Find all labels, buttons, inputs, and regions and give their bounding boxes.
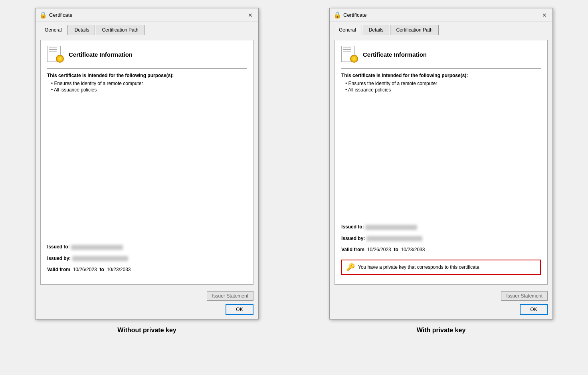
right-tab-bar: General Details Certification Path [330, 22, 552, 35]
left-cert-title-icon: 🔒 [40, 12, 47, 19]
key-icon: 🔑 [346, 263, 355, 272]
left-ok-row: OK [40, 304, 253, 315]
right-issuer-statement-button[interactable]: Issuer Statement [501, 291, 548, 301]
left-cert-medal: ⭐ [56, 55, 64, 63]
left-divider2 [47, 239, 247, 239]
left-title-bar: 🔒 Certificate ✕ [36, 8, 258, 22]
right-title-text: Certificate [343, 12, 367, 18]
left-cert-dialog: 🔒 Certificate ✕ General Details Certific… [35, 8, 259, 319]
right-cert-header: ⭐ Certificate Information [341, 46, 541, 63]
left-issued-by-label: Issued by: [47, 256, 71, 261]
left-dialog-bottom: Issuer Statement OK [36, 288, 258, 319]
right-cert-info-box: ⭐ Certificate Information This certifica… [335, 40, 548, 285]
right-issued-by-value [366, 236, 422, 241]
left-issued-to-field: Issued to: [47, 244, 247, 250]
right-private-key-msg: You have a private key that corresponds … [358, 264, 481, 270]
right-valid-from-label: Valid from [341, 247, 364, 252]
right-valid-from-date: 10/26/2023 [367, 247, 391, 252]
right-valid-row: Valid from 10/26/2023 to 10/23/2033 [341, 247, 541, 252]
left-purpose-item-1: Ensures the identity of a remote compute… [51, 81, 247, 86]
left-caption: Without private key [117, 327, 176, 334]
left-purpose-item-2: All issuance policies [51, 87, 247, 93]
right-divider2 [341, 219, 541, 219]
left-valid-row: Valid from 10/26/2023 to 10/23/2033 [47, 267, 247, 272]
right-cert-info-title: Certificate Information [363, 51, 427, 58]
right-issued-by-label: Issued by: [341, 236, 365, 241]
left-issued-to-value [71, 245, 123, 250]
right-cert-medal: ⭐ [350, 55, 358, 63]
left-panel: 🔒 Certificate ✕ General Details Certific… [0, 0, 294, 375]
right-cert-big-icon: ⭐ [341, 46, 358, 63]
right-caption: With private key [417, 327, 466, 334]
left-issued-to-label: Issued to: [47, 244, 70, 250]
right-dialog-bottom: Issuer Statement OK [330, 288, 552, 319]
right-purpose-item-2: All issuance policies [345, 87, 541, 93]
left-issued-by-field: Issued by: [47, 256, 247, 261]
left-dialog-body: ⭐ Certificate Information This certifica… [36, 35, 258, 288]
left-tab-details[interactable]: Details [69, 25, 95, 35]
right-issued-by-field: Issued by: [341, 236, 541, 241]
left-purpose-heading: This certificate is intended for the fol… [47, 73, 247, 78]
left-tab-bar: General Details Certification Path [36, 22, 258, 35]
right-dialog-body: ⭐ Certificate Information This certifica… [330, 35, 552, 288]
left-ok-button[interactable]: OK [226, 304, 253, 315]
left-cert-info-title: Certificate Information [69, 51, 133, 58]
left-issued-by-value [72, 256, 128, 261]
right-ok-button[interactable]: OK [520, 304, 548, 315]
right-ok-row: OK [335, 304, 548, 315]
right-valid-to-date: 10/23/2033 [401, 247, 425, 252]
right-purpose-list: Ensures the identity of a remote compute… [345, 81, 541, 93]
left-valid-from-label: Valid from [47, 267, 70, 272]
right-tab-general[interactable]: General [333, 25, 362, 35]
left-valid-from-date: 10/26/2023 [73, 267, 97, 272]
right-purpose-heading: This certificate is intended for the fol… [341, 73, 541, 78]
left-cert-header: ⭐ Certificate Information [47, 46, 247, 63]
left-valid-to-date: 10/23/2033 [107, 267, 131, 272]
left-valid-to-label: to [99, 267, 104, 272]
left-purpose-list: Ensures the identity of a remote compute… [51, 81, 247, 93]
main-container: 🔒 Certificate ✕ General Details Certific… [0, 0, 588, 375]
left-cert-info-box: ⭐ Certificate Information This certifica… [40, 40, 253, 285]
left-issuer-statement-button[interactable]: Issuer Statement [207, 291, 253, 301]
right-tab-details[interactable]: Details [363, 25, 390, 35]
right-issued-to-label: Issued to: [341, 224, 364, 230]
left-divider1 [47, 68, 247, 69]
right-issuer-row: Issuer Statement [335, 291, 548, 301]
left-close-button[interactable]: ✕ [245, 10, 255, 20]
right-close-button[interactable]: ✕ [540, 10, 549, 20]
right-title-bar: 🔒 Certificate ✕ [330, 8, 552, 22]
right-cert-title-icon: 🔒 [334, 12, 341, 19]
right-issued-to-value [365, 225, 417, 230]
right-issued-to-field: Issued to: [341, 224, 541, 230]
right-divider1 [341, 68, 541, 69]
right-private-key-notice: 🔑 You have a private key that correspond… [341, 260, 541, 275]
right-panel: 🔒 Certificate ✕ General Details Certific… [294, 0, 588, 375]
right-cert-dialog: 🔒 Certificate ✕ General Details Certific… [329, 8, 553, 319]
left-tab-cert-path[interactable]: Certification Path [96, 25, 144, 35]
right-tab-cert-path[interactable]: Certification Path [390, 25, 438, 35]
left-title-text: Certificate [49, 12, 73, 18]
right-purpose-item-1: Ensures the identity of a remote compute… [345, 81, 541, 86]
left-issuer-row: Issuer Statement [40, 291, 253, 301]
left-tab-general[interactable]: General [39, 25, 68, 35]
left-cert-big-icon: ⭐ [47, 46, 64, 63]
right-valid-to-label: to [394, 247, 398, 252]
